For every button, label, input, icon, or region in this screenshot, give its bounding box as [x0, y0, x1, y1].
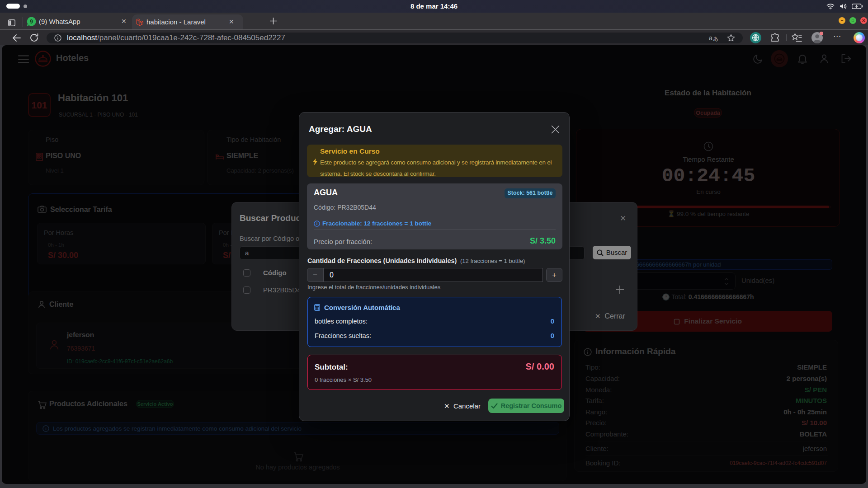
svg-text:9: 9 [30, 19, 33, 25]
